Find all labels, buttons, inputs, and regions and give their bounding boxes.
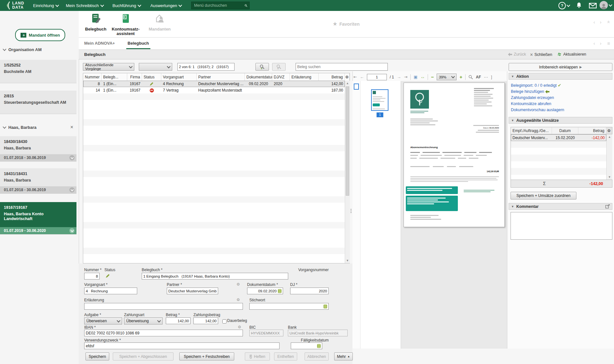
- aktion-section-header[interactable]: ▼ Aktion: [509, 73, 612, 80]
- refresh-button[interactable]: Aktualisieren: [557, 52, 586, 57]
- af-button[interactable]: AF: [476, 75, 481, 79]
- table-row[interactable]: 14 1 (Ein... 19167 7 Vertrag Hauptzollam…: [83, 87, 345, 93]
- menu-mein-schreibtisch[interactable]: Mein Schreibtisch: [66, 0, 103, 11]
- client-card-19167-selected[interactable]: 19167/19167 Haas, Barbara Konto Landwirt…: [0, 202, 76, 235]
- secondary-filter-select[interactable]: [139, 63, 172, 71]
- menu-search-input[interactable]: [193, 3, 245, 8]
- menu-auswertungen[interactable]: Auswertungen: [150, 0, 182, 11]
- erlaeuterung-gear-icon[interactable]: ⚙: [236, 297, 240, 302]
- first-page-icon[interactable]: ⇤: [353, 75, 357, 79]
- scroll-up-icon[interactable]: ▲: [607, 134, 612, 139]
- fiscal-year-strip[interactable]: 01.07.2018 - 30.06.2019: [0, 186, 76, 193]
- scroll-down-icon[interactable]: ▼: [607, 174, 612, 180]
- tabs-next-icon[interactable]: ›: [600, 40, 601, 46]
- zoom-level-select[interactable]: 39%: [437, 74, 457, 80]
- popout-icon[interactable]: [605, 204, 610, 209]
- zahlungsbetrag-input[interactable]: [193, 317, 218, 324]
- col-status[interactable]: Status: [142, 73, 161, 81]
- calendar-icon[interactable]: [317, 344, 321, 348]
- kommentar-section-header[interactable]: ▼ Kommentar: [509, 203, 612, 210]
- partner-gear-icon[interactable]: ⚙: [236, 282, 240, 287]
- toolbar-belegbuch[interactable]: Belegbuch: [85, 13, 107, 31]
- dj-input[interactable]: [290, 288, 329, 294]
- help-menu[interactable]: ?: [558, 2, 570, 9]
- col-belegbuch[interactable]: Belegb...: [102, 73, 127, 81]
- kommentar-textarea[interactable]: [511, 212, 612, 240]
- umsatz-row-selected[interactable]: Deutscher Musterv... 15.02.2020 -142,00: [511, 134, 606, 141]
- magnifier-icon[interactable]: [468, 75, 473, 79]
- save-button[interactable]: Speichern: [85, 352, 109, 360]
- zahlungsdatei-link[interactable]: Zahlungsdatei erzeugen: [511, 95, 610, 100]
- dokumentdatum-input[interactable]: 09.02.2020: [247, 288, 283, 294]
- chevron-circle-icon[interactable]: [69, 155, 75, 160]
- col-empfaenger[interactable]: Empf./Auftragg./Ge...: [511, 127, 552, 134]
- collapse-info-button[interactable]: Infobereich einklappen▶: [509, 63, 612, 71]
- col-datum[interactable]: Datum: [552, 127, 578, 134]
- page-number-input[interactable]: [367, 74, 387, 80]
- menu-einrichtung[interactable]: Einrichtung: [33, 0, 58, 11]
- toolbar-kontoumsatzassistent[interactable]: € Kontoumsatz-assistent: [110, 13, 141, 36]
- erlaeuterung-input[interactable]: [84, 303, 243, 310]
- fit-page-icon[interactable]: ▣: [414, 75, 417, 79]
- zoom-out-icon[interactable]: −: [431, 74, 434, 80]
- client-card-815[interactable]: 2/815 Steuerberatungsgesellschaft AM: [0, 91, 76, 114]
- table-row-selected[interactable]: 8 1 (Ein... 19167 4 Rechnung Deutscher M…: [83, 81, 345, 87]
- close-panel-button[interactable]: × Schließen: [530, 52, 552, 57]
- col-dokumentdatum[interactable]: Dokumentdatum: [245, 73, 272, 81]
- faelligkeitsdatum-input[interactable]: [291, 342, 322, 349]
- next-page-icon[interactable]: →: [397, 75, 401, 79]
- chevron-circle-icon[interactable]: [69, 228, 75, 233]
- zahlungsart-select[interactable]: Überweisung: [124, 317, 163, 324]
- nummer-input[interactable]: [84, 273, 100, 280]
- toolbar-next-icon[interactable]: ›: [600, 19, 601, 25]
- fiscal-year-strip[interactable]: 01.07.2018 - 30.06.2019: [0, 154, 76, 161]
- sidebar-section-haas-barbara[interactable]: Haas, Barbara ×: [3, 124, 73, 130]
- record-navigator-field[interactable]: [177, 63, 235, 71]
- client-card-525252[interactable]: 1/525252 Buchstelle AM: [0, 60, 76, 83]
- col-vorgangsart[interactable]: Vorgangsart: [161, 73, 197, 81]
- beleg-search-input[interactable]: [296, 63, 388, 71]
- menu-buchfuehrung[interactable]: Buchführung: [112, 0, 141, 11]
- col-partner[interactable]: Partner: [197, 73, 245, 81]
- dokumentvorschau-link[interactable]: Dokumentvorschau auslagern: [511, 108, 610, 112]
- vorgaenge-filter-select[interactable]: Abzuschließende Vorgänge: [83, 63, 134, 71]
- col-betrag[interactable]: Betrag: [319, 73, 345, 81]
- open-client-button[interactable]: + Mandant öffnen: [15, 29, 65, 41]
- table-scrollbar[interactable]: ▲ ▼: [345, 81, 350, 263]
- tabs-menu-icon[interactable]: ≡: [607, 40, 610, 46]
- sidebar-section-organisation[interactable]: Organisation AM: [3, 47, 42, 52]
- col-erlaeuterung[interactable]: Erläuterung: [290, 73, 319, 81]
- zoom-in-icon[interactable]: +: [459, 74, 462, 80]
- last-page-icon[interactable]: ⇥: [404, 75, 407, 79]
- dauerbeleg-checkbox[interactable]: [222, 319, 227, 324]
- umsaetze-settings-gear-icon[interactable]: ⚙: [606, 127, 612, 134]
- betrag-input[interactable]: [166, 317, 191, 324]
- stichwort-input[interactable]: [249, 303, 329, 310]
- save-finalize-button[interactable]: Speichern + Festschreiben: [179, 352, 234, 360]
- belege-hinzufuegen-link[interactable]: Belege hinzufügen: [511, 89, 610, 94]
- col-firma[interactable]: Firma: [127, 73, 142, 81]
- search-add-button[interactable]: +: [255, 63, 269, 71]
- verwendungszweck-input[interactable]: [84, 342, 280, 349]
- splitter-handle[interactable]: [351, 208, 351, 214]
- favorites-area[interactable]: ★ Favoriten: [333, 21, 360, 27]
- scroll-up-icon[interactable]: ▲: [345, 81, 350, 86]
- tab-belegbuch[interactable]: Belegbuch: [126, 38, 150, 49]
- chevron-circle-icon[interactable]: [69, 187, 75, 192]
- page-thumbnail[interactable]: [371, 89, 388, 111]
- belegimport-link[interactable]: Belegimport: 0 / 0 erledigt ✔: [511, 83, 610, 88]
- user-menu[interactable]: [600, 1, 612, 9]
- notifications-button[interactable]: [576, 2, 582, 9]
- kontoumsaetze-link[interactable]: Kontoumsätze abrufen: [511, 102, 610, 106]
- menu-search-box[interactable]: [191, 2, 250, 9]
- iban-gear-icon[interactable]: ⚙: [238, 325, 241, 329]
- umsaetze-section-header[interactable]: ▼ Ausgewählte Umsätze: [509, 117, 612, 124]
- fiscal-year-strip[interactable]: 01.07.2019 - 30.06.2020: [0, 227, 76, 234]
- list-icon[interactable]: [324, 305, 327, 308]
- umsaetze-scrollbar[interactable]: ▲ ▼: [606, 134, 612, 180]
- scroll-thumb[interactable]: [346, 86, 349, 196]
- fit-width-icon[interactable]: ⇔: [420, 75, 425, 80]
- table-settings-gear-icon[interactable]: ⚙: [345, 73, 350, 81]
- aufgabe-select[interactable]: Überweisen: [84, 317, 122, 324]
- save-assign-umsaetze-button[interactable]: Speichern + Umsätze zuordnen: [511, 192, 576, 200]
